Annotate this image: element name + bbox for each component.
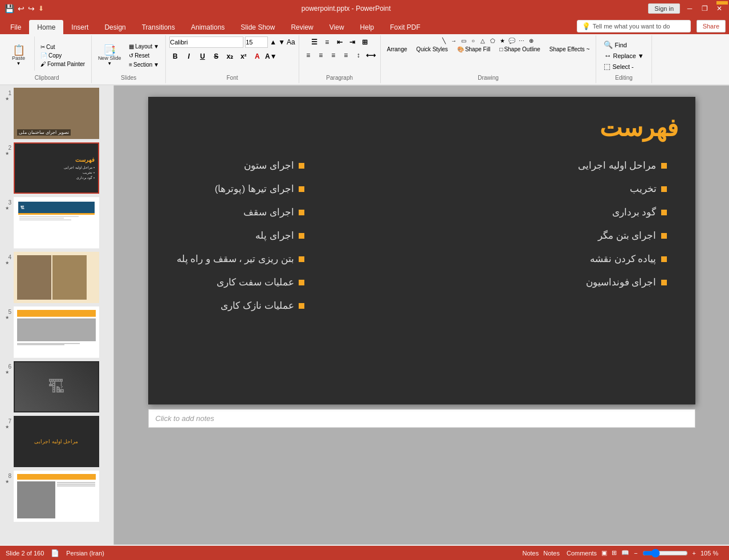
slide-thumb-2[interactable]: 2 ★ فهرست • مراحل اولیه اجرایی • تخریب •… <box>2 142 111 194</box>
slide-preview-7[interactable]: مراحل اولیه اجرایی <box>14 416 99 467</box>
zoom-level[interactable]: 105 % <box>701 550 723 557</box>
canvas-area[interactable]: فهرست مراحل اولیه اجرایی تخریب گود بردار… <box>114 85 729 545</box>
strikethrough-button[interactable]: S <box>210 51 222 62</box>
layout-button[interactable]: ▦ Layout ▼ <box>126 43 162 50</box>
italic-button[interactable]: I <box>183 51 194 62</box>
reset-button[interactable]: ↺ Reset <box>126 52 162 59</box>
tab-file[interactable]: File <box>2 20 29 34</box>
tab-home[interactable]: Home <box>29 20 63 34</box>
minimize-button[interactable]: ─ <box>685 3 695 14</box>
shape-pentagon[interactable]: ⬠ <box>488 36 496 44</box>
arrange-button[interactable]: Arrange <box>384 46 410 53</box>
close-button[interactable]: ✕ <box>714 3 724 14</box>
select-button[interactable]: ⬚ Select - <box>602 62 645 71</box>
slide-preview-8[interactable] <box>14 471 99 522</box>
sign-in-button[interactable]: Sign in <box>648 3 680 14</box>
line-spacing[interactable]: ↕ <box>353 50 364 61</box>
text-direction[interactable]: ⟷ <box>365 50 377 61</box>
notes-area[interactable]: Click to add notes <box>148 409 695 428</box>
ribbon-tab-row: File Home Insert Design Transitions Anim… <box>0 17 729 34</box>
normal-view[interactable]: ▣ <box>601 549 607 557</box>
numbering-button[interactable]: ≡ <box>321 36 333 48</box>
shape-triangle[interactable]: △ <box>479 36 487 44</box>
slide-thumb-8[interactable]: 8 ★ <box>2 471 111 522</box>
slide-thumb-7[interactable]: 7 ★ مراحل اولیه اجرایی <box>2 416 111 467</box>
slide-preview-4[interactable] <box>14 252 99 303</box>
notes-button[interactable]: Notes <box>522 550 539 557</box>
reading-view[interactable]: 📖 <box>621 549 629 557</box>
slide-preview-1[interactable]: تصویر اجرای ساختمان ملی <box>14 88 99 139</box>
bold-button[interactable]: B <box>169 51 181 62</box>
align-right[interactable]: ≡ <box>328 50 339 61</box>
slide-preview-5[interactable] <box>14 306 99 358</box>
cut-button[interactable]: ✂ Cut <box>38 43 88 51</box>
zoom-in[interactable]: + <box>693 550 696 557</box>
shape-line[interactable]: ╲ <box>440 36 448 44</box>
align-left[interactable]: ≡ <box>303 50 314 61</box>
shape-callout[interactable]: 💬 <box>508 36 516 44</box>
slide-thumb-6[interactable]: 6 ★ 🏗 <box>2 361 111 412</box>
slide-thumb-3[interactable]: 3 ★ 🏗 <box>2 197 111 248</box>
shape-fill-button[interactable]: 🎨 Shape Fill <box>454 46 493 53</box>
section-button[interactable]: ≡ Section ▼ <box>126 61 162 68</box>
justify[interactable]: ≡ <box>340 50 352 61</box>
tab-view[interactable]: View <box>321 20 352 34</box>
shape-arrow[interactable]: → <box>450 36 458 44</box>
share-button[interactable]: Share <box>697 20 726 32</box>
find-button[interactable]: 🔍 Find <box>602 40 645 50</box>
quick-styles-button[interactable]: Quick Styles <box>413 46 451 53</box>
slide-preview-3[interactable]: 🏗 <box>14 197 99 248</box>
tab-help[interactable]: Help <box>352 20 382 34</box>
zoom-out[interactable]: − <box>634 550 637 557</box>
shape-star[interactable]: ★ <box>498 36 506 44</box>
slide-canvas[interactable]: فهرست مراحل اولیه اجرایی تخریب گود بردار… <box>148 97 695 404</box>
increase-indent[interactable]: ⇥ <box>347 36 358 48</box>
shape-more[interactable]: ⋯ <box>518 36 526 44</box>
tab-animations[interactable]: Animations <box>183 20 233 34</box>
subscript-button[interactable]: x₂ <box>224 51 235 62</box>
align-center[interactable]: ≡ <box>315 50 327 61</box>
slide-panel[interactable]: 1 ★ تصویر اجرای ساختمان ملی 2 ★ فهرست • … <box>0 85 114 545</box>
slide-preview-6[interactable]: 🏗 <box>14 361 99 412</box>
shape-extra[interactable]: ⊕ <box>527 36 535 44</box>
underline-button[interactable]: U <box>197 51 208 62</box>
font-color-button[interactable]: A <box>251 51 263 62</box>
font-size-input[interactable]: 15 <box>245 36 268 48</box>
columns-button[interactable]: ⊞ <box>359 36 370 48</box>
new-slide-button[interactable]: 📑 New Slide ▼ <box>95 36 124 75</box>
comments-label[interactable]: Comments <box>567 550 597 557</box>
superscript-button[interactable]: x² <box>238 51 249 62</box>
clear-formatting[interactable]: Aa <box>287 38 295 46</box>
restore-button[interactable]: ❐ <box>699 3 710 14</box>
notes-label[interactable]: Notes <box>543 550 560 557</box>
tab-transitions[interactable]: Transitions <box>134 20 183 34</box>
shape-circle[interactable]: ○ <box>469 36 477 44</box>
text-highlight-button[interactable]: A▼ <box>265 51 276 62</box>
bullets-button[interactable]: ☰ <box>309 36 320 48</box>
paste-button[interactable]: 📋 Paste ▼ <box>6 36 31 75</box>
decrease-indent[interactable]: ⇤ <box>334 36 345 48</box>
quick-access-toolbar[interactable]: 💾 ↩ ↪ ⬇ <box>5 4 44 13</box>
tab-design[interactable]: Design <box>96 20 133 34</box>
shape-rect[interactable]: ▭ <box>459 36 467 44</box>
replace-button[interactable]: ↔ Replace ▼ <box>602 51 645 60</box>
tab-foxit[interactable]: Foxit PDF <box>382 20 428 34</box>
copy-button[interactable]: 📄 Copy <box>38 52 88 59</box>
shape-outline-button[interactable]: □ Shape Outline <box>496 46 543 53</box>
font-size-increase[interactable]: ▲ <box>270 38 276 46</box>
slide-preview-2[interactable]: فهرست • مراحل اولیه اجرایی • تخریب • گود… <box>14 142 99 194</box>
tab-review[interactable]: Review <box>283 20 321 34</box>
slide-thumb-5[interactable]: 5 ★ <box>2 306 111 358</box>
search-bar[interactable]: 💡 Tell me what you want to do <box>577 20 691 32</box>
zoom-slider[interactable] <box>642 549 688 558</box>
format-painter-button[interactable]: 🖌 Format Painter <box>38 60 88 68</box>
list-item-right-2: گود برداری <box>578 206 666 218</box>
font-family-input[interactable]: Calibri <box>169 36 243 48</box>
tab-insert[interactable]: Insert <box>63 20 96 34</box>
slide-thumb-4[interactable]: 4 ★ <box>2 252 111 303</box>
font-size-decrease[interactable]: ▼ <box>278 38 285 46</box>
tab-slideshow[interactable]: Slide Show <box>233 20 283 34</box>
slide-sorter[interactable]: ⊞ <box>612 549 617 557</box>
shape-effects-button[interactable]: Shape Effects ~ <box>547 46 593 53</box>
slide-thumb-1[interactable]: 1 ★ تصویر اجرای ساختمان ملی <box>2 88 111 139</box>
